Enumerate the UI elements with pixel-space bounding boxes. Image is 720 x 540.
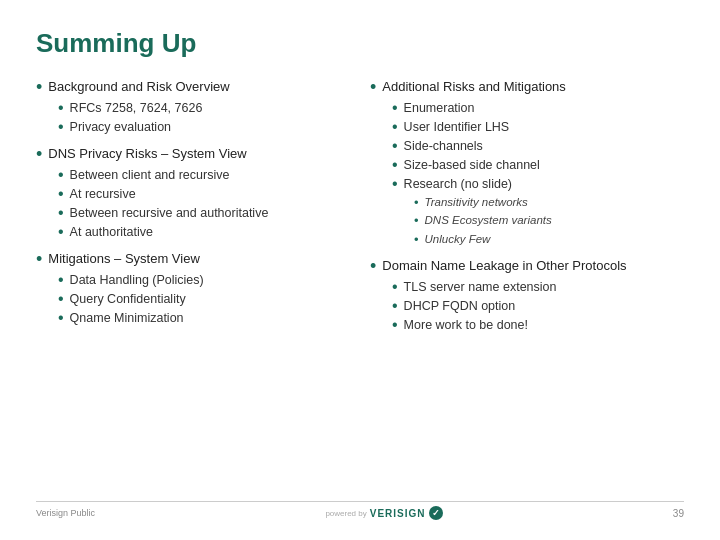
footer-left-label: Verisign Public: [36, 508, 95, 518]
bullet-dot: •: [58, 205, 64, 221]
page-number: 39: [673, 508, 684, 519]
item-label: RFCs 7258, 7624, 7626: [70, 101, 203, 115]
item-label: Between client and recursive: [70, 168, 230, 182]
item-label: At authoritative: [70, 225, 153, 239]
bullet-dot: •: [392, 176, 398, 192]
bullet-dot: •: [392, 279, 398, 295]
item-label: Between recursive and authoritative: [70, 206, 269, 220]
list-item: • Research (no slide): [370, 176, 684, 193]
list-item: • RFCs 7258, 7624, 7626: [36, 100, 350, 117]
item-label: DHCP FQDN option: [404, 299, 516, 313]
item-label: User Identifier LHS: [404, 120, 510, 134]
bullet-dot: •: [58, 291, 64, 307]
bullet-dot: •: [58, 186, 64, 202]
list-item: • User Identifier LHS: [370, 119, 684, 136]
bullet-dot: •: [392, 119, 398, 135]
list-item: • Domain Name Leakage in Other Protocols: [370, 256, 684, 277]
bullet-dot: •: [58, 167, 64, 183]
footer: Verisign Public powered by VERISIGN ✓ 39: [36, 501, 684, 520]
bullet-dot: •: [370, 257, 376, 275]
verisign-icon: ✓: [429, 506, 443, 520]
bullet-dot: •: [392, 317, 398, 333]
list-item: • Transitivity networks: [370, 195, 684, 211]
list-item: • Side-channels: [370, 138, 684, 155]
list-item: • DNS Ecosystem variants: [370, 213, 684, 229]
list-item: • Between client and recursive: [36, 167, 350, 184]
list-item: • Data Handling (Policies): [36, 272, 350, 289]
bullet-dot: •: [58, 224, 64, 240]
list-item: • Privacy evaluation: [36, 119, 350, 136]
item-label: Data Handling (Policies): [70, 273, 204, 287]
bullet-dot: •: [370, 78, 376, 96]
item-label: Enumeration: [404, 101, 475, 115]
brand-name: VERISIGN: [370, 508, 426, 519]
item-label: Research (no slide): [404, 177, 512, 191]
list-item: • At authoritative: [36, 224, 350, 241]
right-column: • Additional Risks and Mitigations • Enu…: [370, 77, 684, 493]
item-label: Unlucky Few: [425, 233, 491, 245]
list-item: • Query Confidentiality: [36, 291, 350, 308]
bullet-dot: •: [36, 78, 42, 96]
list-item: • Qname Minimization: [36, 310, 350, 327]
list-item: • DHCP FQDN option: [370, 298, 684, 315]
item-label: Additional Risks and Mitigations: [382, 79, 566, 94]
content-area: • Background and Risk Overview • RFCs 72…: [36, 77, 684, 493]
powered-by-text: powered by: [325, 509, 366, 518]
list-item: • At recursive: [36, 186, 350, 203]
bullet-dot: •: [58, 310, 64, 326]
bullet-dot: •: [392, 157, 398, 173]
item-label: DNS Privacy Risks – System View: [48, 146, 246, 161]
item-label: At recursive: [70, 187, 136, 201]
bullet-dot: •: [58, 272, 64, 288]
list-item: • Between recursive and authoritative: [36, 205, 350, 222]
item-label: More work to be done!: [404, 318, 528, 332]
list-item: • Enumeration: [370, 100, 684, 117]
bullet-dot: •: [58, 119, 64, 135]
item-label: Domain Name Leakage in Other Protocols: [382, 258, 626, 273]
bullet-dot: •: [414, 233, 419, 247]
item-label: Privacy evaluation: [70, 120, 171, 134]
item-label: Query Confidentiality: [70, 292, 186, 306]
bullet-dot: •: [392, 298, 398, 314]
slide: Summing Up • Background and Risk Overvie…: [0, 0, 720, 540]
bullet-dot: •: [58, 100, 64, 116]
list-item: • More work to be done!: [370, 317, 684, 334]
item-label: Mitigations – System View: [48, 251, 200, 266]
list-item: • Size-based side channel: [370, 157, 684, 174]
list-item: • Unlucky Few: [370, 232, 684, 248]
item-label: Size-based side channel: [404, 158, 540, 172]
list-item: • Mitigations – System View: [36, 249, 350, 270]
list-item: • Additional Risks and Mitigations: [370, 77, 684, 98]
item-label: Transitivity networks: [425, 196, 528, 208]
slide-title: Summing Up: [36, 28, 684, 59]
item-label: TLS server name extension: [404, 280, 557, 294]
bullet-dot: •: [414, 214, 419, 228]
footer-logo: powered by VERISIGN ✓: [325, 506, 442, 520]
bullet-dot: •: [392, 100, 398, 116]
list-item: • Background and Risk Overview: [36, 77, 350, 98]
bullet-dot: •: [414, 196, 419, 210]
bullet-dot: •: [392, 138, 398, 154]
item-label: DNS Ecosystem variants: [425, 214, 552, 226]
item-label: Side-channels: [404, 139, 483, 153]
left-column: • Background and Risk Overview • RFCs 72…: [36, 77, 350, 493]
item-label: Background and Risk Overview: [48, 79, 229, 94]
bullet-dot: •: [36, 250, 42, 268]
bullet-dot: •: [36, 145, 42, 163]
item-label: Qname Minimization: [70, 311, 184, 325]
list-item: • TLS server name extension: [370, 279, 684, 296]
list-item: • DNS Privacy Risks – System View: [36, 144, 350, 165]
